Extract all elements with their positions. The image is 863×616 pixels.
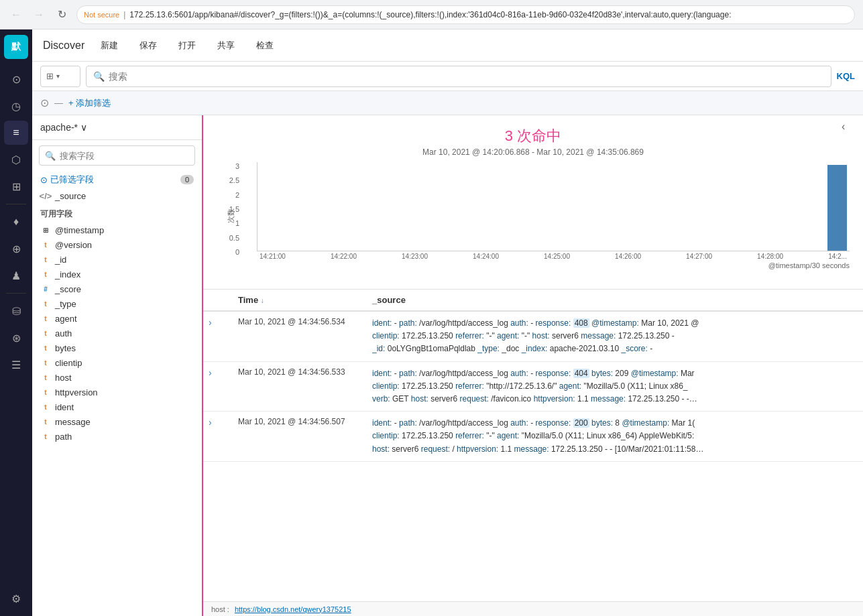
field-type-label: _type (55, 299, 76, 309)
auth-type-icon: t (40, 328, 51, 338)
clientip-type-icon: t (40, 357, 51, 368)
field-search-icon: 🔍 (45, 151, 56, 161)
filter-row: ⊙ — + 添加筛选 (32, 91, 863, 115)
field-message-label: message (55, 417, 91, 427)
time-sort-icon[interactable]: ↓ (261, 297, 264, 304)
nav-apm[interactable]: ⊛ (4, 326, 28, 350)
field-index-label: _index (55, 269, 80, 280)
y-axis-label: 次数 (226, 208, 236, 223)
y-label-2: 2 (235, 191, 239, 199)
field-timestamp[interactable]: ⊞ @timestamp (32, 223, 202, 237)
expand-row-1-button[interactable]: › (203, 312, 217, 333)
field-item-source[interactable]: </> _source (32, 188, 202, 203)
field-path-label: path (55, 432, 72, 442)
field-index[interactable]: t _index (32, 267, 202, 282)
y-label-0.5: 0.5 (229, 234, 239, 242)
host-type-icon: t (40, 372, 51, 383)
field-id[interactable]: t _id (32, 252, 202, 267)
nav-management[interactable]: ⚙ (4, 587, 28, 611)
field-ident-label: ident (55, 402, 74, 412)
field-type[interactable]: t _type (32, 296, 202, 311)
field-bytes[interactable]: t bytes (32, 341, 202, 355)
browser-bar: ← → ↻ Not secure | 172.25.13.6:5601/app/… (0, 0, 863, 29)
nav-monitoring[interactable]: ⛁ (4, 299, 28, 323)
time-cell-3: Mar 10, 2021 @ 14:34:56.507 (230, 412, 364, 462)
time-cell-1: Mar 10, 2021 @ 14:34:56.534 (230, 311, 364, 361)
refresh-button[interactable]: ↻ (54, 7, 70, 23)
collapse-chart-button[interactable]: ‹ (842, 121, 855, 134)
expand-row-3-button[interactable]: › (203, 412, 217, 433)
nav-discover[interactable]: ≡ (4, 121, 28, 145)
body-area: apache-* ∨ 🔍 ⊙ 已筛选字段 (32, 115, 863, 616)
field-httpversion-label: httpversion (55, 387, 98, 397)
back-button[interactable]: ← (8, 7, 24, 23)
nav-canvas[interactable]: ♦ (4, 210, 28, 234)
bytes-type-icon: t (40, 343, 51, 353)
index-pattern-chevron[interactable]: ∨ (80, 122, 87, 133)
nav-dashboard[interactable]: ⊞ (4, 174, 28, 198)
nav-siem[interactable]: ☰ (4, 353, 28, 377)
field-agent[interactable]: t agent (32, 311, 202, 326)
share-button[interactable]: 共享 (212, 37, 240, 54)
score-type-icon: # (40, 284, 51, 294)
filter-toggle-icon[interactable]: ⊞ (46, 71, 54, 81)
field-ident[interactable]: t ident (32, 399, 202, 414)
filter-dropdown-icon[interactable]: ▾ (56, 72, 60, 80)
nav-ml[interactable]: ♟ (4, 263, 28, 288)
selected-count-badge: 0 (180, 175, 194, 184)
field-host-label: host (55, 373, 72, 383)
field-score[interactable]: # _score (32, 282, 202, 296)
selected-fields-icon: ⊙ (40, 175, 48, 185)
time-column-header[interactable]: Time ↓ (230, 290, 364, 311)
sidebar: apache-* ∨ 🔍 ⊙ 已筛选字段 (32, 115, 203, 616)
nav-home[interactable]: ⊙ (4, 67, 28, 91)
ident-type-icon: t (40, 402, 51, 412)
inspect-button[interactable]: 检查 (251, 37, 279, 54)
bottom-link[interactable]: https://blog.csdn.net/qwery1375215 (235, 605, 351, 613)
field-host[interactable]: t host (32, 370, 202, 385)
field-path[interactable]: t path (32, 429, 202, 444)
kql-button[interactable]: KQL (837, 71, 855, 81)
new-button[interactable]: 新建 (95, 37, 123, 54)
field-auth[interactable]: t auth (32, 326, 202, 341)
icon-nav: 默 ⊙ ◷ ≡ ⬡ ⊞ ♦ ⊕ ♟ ⛁ ⊛ ☰ ⚙ (0, 29, 32, 616)
field-search-row: 🔍 (32, 140, 202, 171)
nav-recently-viewed[interactable]: ◷ (4, 94, 28, 118)
x-label-1428: 14:28:00 (757, 253, 783, 260)
field-httpversion[interactable]: t httpversion (32, 385, 202, 399)
field-search-input[interactable] (60, 151, 189, 161)
table-row: › Mar 10, 2021 @ 14:34:56.533 ident: - p… (203, 361, 863, 412)
open-button[interactable]: 打开 (173, 37, 201, 54)
source-column-header: _source (364, 290, 863, 311)
search-input[interactable] (109, 71, 824, 82)
x-label-1424: 14:24:00 (473, 253, 499, 260)
nav-visualize[interactable]: ⬡ (4, 147, 28, 172)
field-version-label: @version (55, 240, 92, 250)
host-label: host : (211, 605, 229, 613)
filter-icon[interactable]: ⊙ (40, 97, 49, 109)
forward-button[interactable]: → (31, 7, 47, 23)
field-clientip[interactable]: t clientip (32, 355, 202, 370)
index-pattern[interactable]: apache-* ∨ (40, 122, 87, 133)
x-label-1421: 14:21:00 (260, 253, 286, 260)
save-button[interactable]: 保存 (134, 37, 162, 54)
address-bar[interactable]: Not secure | 172.25.13.6:5601/app/kibana… (76, 5, 855, 24)
filter-dash: — (54, 98, 63, 108)
add-filter-button[interactable]: + 添加筛选 (68, 97, 111, 109)
table-row: › Mar 10, 2021 @ 14:34:56.507 ident: - p… (203, 412, 863, 462)
search-icon: 🔍 (93, 71, 105, 82)
field-message[interactable]: t message (32, 414, 202, 429)
nav-maps[interactable]: ⊕ (4, 237, 28, 261)
x-label-1426: 14:26:00 (615, 253, 641, 260)
sidebar-header: apache-* ∨ (32, 115, 202, 140)
nav-separator-2 (6, 293, 26, 294)
id-type-icon: t (40, 254, 51, 265)
field-bytes-label: bytes (55, 343, 76, 353)
selected-fields-header[interactable]: ⊙ 已筛选字段 0 (32, 171, 202, 188)
chart-timestamp-label: @timestamp/30 seconds (257, 261, 850, 269)
results-table-wrap[interactable]: Time ↓ _source › Mar 10, 2021 @ 14:34:56… (203, 290, 863, 601)
url-text: 172.25.13.6:5601/app/kibana#/discover?_g… (129, 10, 731, 19)
field-version[interactable]: t @version (32, 237, 202, 252)
expand-row-2-button[interactable]: › (203, 362, 217, 383)
x-label-1422: 14:22:00 (331, 253, 357, 260)
